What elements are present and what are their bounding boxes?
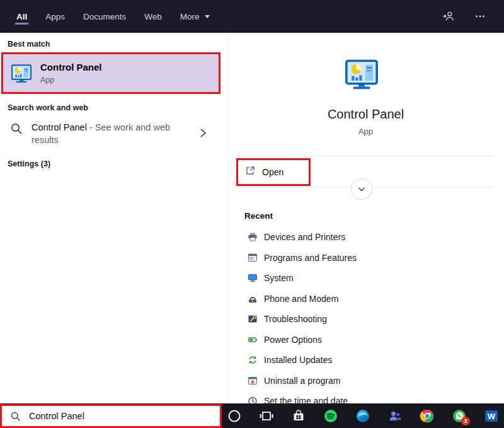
settings-header: Settings (3) <box>8 159 50 168</box>
list-item-label: Troubleshooting <box>264 314 327 324</box>
best-match-title: Control Panel <box>40 62 102 72</box>
whatsapp-icon[interactable]: 3 <box>452 408 467 424</box>
filter-tabs: All Apps Documents Web More <box>0 0 228 33</box>
open-button[interactable]: Open <box>236 158 311 186</box>
tab-more[interactable]: More <box>180 0 210 33</box>
tab-more-label: More <box>180 12 200 21</box>
edge-icon[interactable] <box>355 408 370 424</box>
cortana-icon[interactable] <box>227 408 242 424</box>
list-item-label: Installed Updates <box>264 355 332 365</box>
recent-header: Recent <box>244 211 273 221</box>
spotify-icon[interactable] <box>323 408 338 424</box>
control-panel-icon <box>10 62 33 84</box>
notification-badge: 3 <box>461 417 470 425</box>
list-item[interactable]: Uninstall a program <box>227 371 504 391</box>
troubleshooting-icon <box>248 314 258 324</box>
tab-apps[interactable]: Apps <box>45 0 65 33</box>
sign-in-icon[interactable] <box>441 9 456 24</box>
best-match-result[interactable]: Control Panel App <box>1 52 220 94</box>
list-item[interactable]: Phone and Modem <box>227 289 504 309</box>
list-item[interactable]: Power Options <box>227 330 504 350</box>
best-match-subtitle: App <box>40 76 102 84</box>
uninstall-icon <box>248 376 258 386</box>
search-input-value: Control Panel <box>29 411 84 421</box>
list-item-label: Uninstall a program <box>264 376 340 386</box>
task-view-icon[interactable] <box>259 408 274 424</box>
list-item-label: Power Options <box>264 335 322 345</box>
phone-icon <box>248 294 258 304</box>
divider <box>238 156 494 156</box>
best-match-header: Best match <box>8 40 50 49</box>
suggestion-text: Control Panel - See work and web results <box>32 121 190 146</box>
list-item-label: Set the time and date <box>264 396 348 403</box>
best-match-text: Control Panel App <box>40 62 102 84</box>
list-item[interactable]: Troubleshooting <box>227 309 504 330</box>
chevron-right-icon <box>199 127 207 139</box>
search-icon <box>10 122 23 135</box>
preview-app-title: Control Panel <box>227 107 504 122</box>
word-icon[interactable]: W <box>484 408 499 424</box>
suggestion-query: Control Panel <box>32 122 87 132</box>
list-item-label: System <box>264 273 294 283</box>
list-item[interactable]: Installed Updates <box>227 350 504 371</box>
store-icon[interactable] <box>291 408 306 424</box>
list-item-label: Devices and Printers <box>264 232 345 242</box>
control-panel-icon-large <box>343 55 380 92</box>
list-item[interactable]: Programs and Features <box>227 248 504 269</box>
list-item[interactable]: System <box>227 268 504 289</box>
search-icon <box>10 411 21 422</box>
power-icon <box>248 335 258 345</box>
tab-all[interactable]: All <box>16 0 27 33</box>
windows-search-screen: All Apps Documents Web More Best match C… <box>0 0 504 428</box>
search-filter-bar: All Apps Documents Web More <box>0 0 504 33</box>
chrome-icon[interactable] <box>420 408 435 424</box>
time-icon <box>248 396 258 403</box>
list-item[interactable]: Devices and Printers <box>227 227 504 248</box>
list-item-label: Programs and Features <box>264 253 357 263</box>
search-input[interactable]: Control Panel <box>0 404 222 428</box>
updates-icon <box>248 355 258 365</box>
expand-actions-button[interactable] <box>351 178 372 200</box>
chevron-down-icon <box>355 183 368 195</box>
list-item-label: Phone and Modem <box>264 294 338 304</box>
preview-app-subtitle: App <box>227 127 504 136</box>
open-button-label: Open <box>262 167 284 177</box>
topbar-actions <box>441 0 504 33</box>
list-item[interactable]: Set the time and date <box>227 391 504 403</box>
tab-documents[interactable]: Documents <box>83 0 126 33</box>
search-web-header: Search work and web <box>8 103 88 112</box>
preview-panel: Control Panel App Open Recent Devices an… <box>227 33 504 403</box>
programs-icon <box>248 253 258 263</box>
chevron-down-icon <box>205 15 210 18</box>
tab-web[interactable]: Web <box>144 0 162 33</box>
recent-list: Devices and Printers Programs and Featur… <box>227 227 504 403</box>
open-icon <box>245 166 255 178</box>
more-options-icon[interactable] <box>472 9 488 24</box>
printer-icon <box>248 232 258 242</box>
system-icon <box>248 273 258 283</box>
web-search-suggestion[interactable]: Control Panel - See work and web results <box>0 119 222 151</box>
taskbar-icons: 3 W <box>227 403 499 428</box>
svg-text:W: W <box>488 412 496 421</box>
search-results-panel: Best match Control Panel App Search work… <box>0 33 227 403</box>
teams-icon[interactable] <box>387 408 403 424</box>
